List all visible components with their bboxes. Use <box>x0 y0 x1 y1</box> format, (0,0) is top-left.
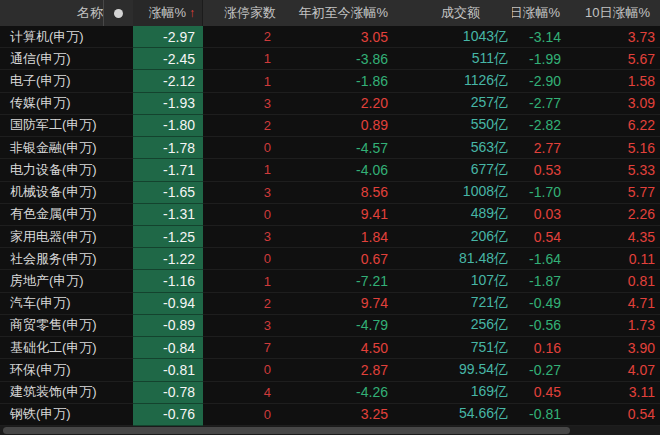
change-pct-cell: -0.84 <box>133 337 203 359</box>
turnover-cell: 81.48亿 <box>392 248 512 270</box>
table-row[interactable]: 建筑装饰(申万)-0.784-4.26169亿0.453.11 <box>0 382 660 404</box>
sort-ascending-icon: ↑ <box>189 6 195 20</box>
turnover-cell: 1008亿 <box>392 182 512 204</box>
limit-up-count-cell: 2 <box>203 115 280 137</box>
10day-change-cell: 4.71 <box>570 293 660 315</box>
table-row[interactable]: 传媒(申万)-1.9332.20257亿-2.773.09 <box>0 93 660 115</box>
10day-change-cell: 3.11 <box>570 382 660 404</box>
table-row[interactable]: 机械设备(申万)-1.6538.561008亿-1.705.77 <box>0 182 660 204</box>
5day-change-cell: -0.49 <box>512 293 570 315</box>
change-pct-cell: -0.94 <box>133 293 203 315</box>
5day-change-cell: 0.45 <box>512 382 570 404</box>
column-header-change-label: 涨幅% <box>148 4 186 22</box>
table-row[interactable]: 汽车(申万)-0.9429.74721亿-0.494.71 <box>0 293 660 315</box>
ytd-change-cell: -1.86 <box>280 70 392 92</box>
ytd-change-cell: 3.05 <box>280 26 392 48</box>
column-header-name[interactable]: 名称 <box>0 0 133 26</box>
horizontal-scrollbar <box>0 426 660 435</box>
sector-name-cell: 传媒(申万) <box>0 93 133 115</box>
column-header-5day-change[interactable]: 5日涨幅% <box>512 0 570 26</box>
table-header: 名称 涨幅% ↑ 涨停家数 年初至今涨幅% 成交额 5日涨幅% 10日涨幅% <box>0 0 660 26</box>
5day-change-cell: 0.54 <box>512 226 570 248</box>
table-row[interactable]: 电子(申万)-2.121-1.861126亿-2.901.58 <box>0 70 660 92</box>
table-row[interactable]: 家用电器(申万)-1.2531.84206亿0.544.35 <box>0 226 660 248</box>
column-header-change[interactable]: 涨幅% ↑ <box>133 0 203 26</box>
table-row[interactable]: 计算机(申万)-2.9723.051043亿-3.143.73 <box>0 26 660 48</box>
turnover-cell: 54.66亿 <box>392 404 512 426</box>
table-row[interactable]: 有色金属(申万)-1.3109.41489亿0.032.26 <box>0 204 660 226</box>
limit-up-count-cell: 3 <box>203 93 280 115</box>
5day-change-cell: -3.14 <box>512 26 570 48</box>
10day-change-cell: 5.33 <box>570 159 660 181</box>
10day-change-cell: 5.77 <box>570 182 660 204</box>
turnover-cell: 169亿 <box>392 382 512 404</box>
10day-change-cell: 6.22 <box>570 115 660 137</box>
ytd-change-cell: -4.26 <box>280 382 392 404</box>
change-pct-cell: -2.45 <box>133 48 203 70</box>
5day-change-cell: -2.90 <box>512 70 570 92</box>
column-header-10day-change[interactable]: 10日涨幅% <box>570 0 660 26</box>
change-pct-cell: -0.89 <box>133 315 203 337</box>
ytd-change-cell: -4.79 <box>280 315 392 337</box>
column-header-name-label: 名称 <box>77 4 103 22</box>
turnover-cell: 1043亿 <box>392 26 512 48</box>
5day-change-cell: -1.70 <box>512 182 570 204</box>
table-row[interactable]: 钢铁(申万)-0.7603.2554.66亿-0.810.54 <box>0 404 660 426</box>
change-pct-cell: -2.97 <box>133 26 203 48</box>
table-row[interactable]: 房地产(申万)-1.161-7.21107亿-1.870.81 <box>0 270 660 292</box>
5day-change-cell: -1.87 <box>512 270 570 292</box>
table-row[interactable]: 通信(申万)-2.451-3.86511亿-1.995.67 <box>0 48 660 70</box>
limit-up-count-cell: 7 <box>203 337 280 359</box>
turnover-cell: 206亿 <box>392 226 512 248</box>
horizontal-scrollbar-thumb[interactable] <box>3 427 570 434</box>
limit-up-count-cell: 0 <box>203 404 280 426</box>
sector-name-cell: 非银金融(申万) <box>0 137 133 159</box>
5day-change-cell: -1.64 <box>512 248 570 270</box>
change-pct-cell: -1.71 <box>133 159 203 181</box>
table-row[interactable]: 社会服务(申万)-1.2200.6781.48亿-1.640.11 <box>0 248 660 270</box>
column-header-turnover[interactable]: 成交额 <box>392 0 512 26</box>
5day-change-cell: 0.03 <box>512 204 570 226</box>
change-pct-cell: -1.93 <box>133 93 203 115</box>
limit-up-count-cell: 3 <box>203 226 280 248</box>
sector-name-cell: 基础化工(申万) <box>0 337 133 359</box>
column-header-ytd-change[interactable]: 年初至今涨幅% <box>280 0 392 26</box>
table-row[interactable]: 基础化工(申万)-0.8474.50751亿0.163.90 <box>0 337 660 359</box>
10day-change-cell: 2.26 <box>570 204 660 226</box>
ytd-change-cell: 0.89 <box>280 115 392 137</box>
turnover-cell: 489亿 <box>392 204 512 226</box>
sector-name-cell: 商贸零售(申万) <box>0 315 133 337</box>
ytd-change-cell: -7.21 <box>280 270 392 292</box>
ytd-change-cell: -3.86 <box>280 48 392 70</box>
table-row[interactable]: 环保(申万)-0.8102.8799.54亿-0.274.07 <box>0 359 660 381</box>
change-pct-cell: -1.25 <box>133 226 203 248</box>
turnover-cell: 99.54亿 <box>392 359 512 381</box>
5day-change-cell: -0.27 <box>512 359 570 381</box>
table-row[interactable]: 非银金融(申万)-1.780-4.57563亿2.775.16 <box>0 137 660 159</box>
ytd-change-cell: -4.57 <box>280 137 392 159</box>
limit-up-count-cell: 1 <box>203 70 280 92</box>
sector-name-cell: 国防军工(申万) <box>0 115 133 137</box>
table-body: 计算机(申万)-2.9723.051043亿-3.143.73通信(申万)-2.… <box>0 26 660 426</box>
5day-change-cell: 2.77 <box>512 137 570 159</box>
change-pct-cell: -1.80 <box>133 115 203 137</box>
limit-up-count-cell: 2 <box>203 293 280 315</box>
5day-change-cell: -2.77 <box>512 93 570 115</box>
column-header-limit-up[interactable]: 涨停家数 <box>203 0 280 26</box>
limit-up-count-cell: 0 <box>203 137 280 159</box>
limit-up-count-cell: 2 <box>203 26 280 48</box>
5day-change-cell: 0.53 <box>512 159 570 181</box>
limit-up-count-cell: 0 <box>203 248 280 270</box>
limit-up-count-cell: 3 <box>203 315 280 337</box>
ytd-change-cell: 0.67 <box>280 248 392 270</box>
sector-name-cell: 有色金属(申万) <box>0 204 133 226</box>
ytd-change-cell: 2.87 <box>280 359 392 381</box>
turnover-cell: 677亿 <box>392 159 512 181</box>
sector-ranking-table: 名称 涨幅% ↑ 涨停家数 年初至今涨幅% 成交额 5日涨幅% 10日涨幅% 计… <box>0 0 660 435</box>
table-row[interactable]: 国防军工(申万)-1.8020.89550亿-2.826.22 <box>0 115 660 137</box>
table-row[interactable]: 商贸零售(申万)-0.893-4.79256亿-0.561.73 <box>0 315 660 337</box>
limit-up-count-cell: 1 <box>203 159 280 181</box>
dot-icon <box>114 9 123 18</box>
table-row[interactable]: 电力设备(申万)-1.711-4.06677亿0.535.33 <box>0 159 660 181</box>
turnover-cell: 751亿 <box>392 337 512 359</box>
